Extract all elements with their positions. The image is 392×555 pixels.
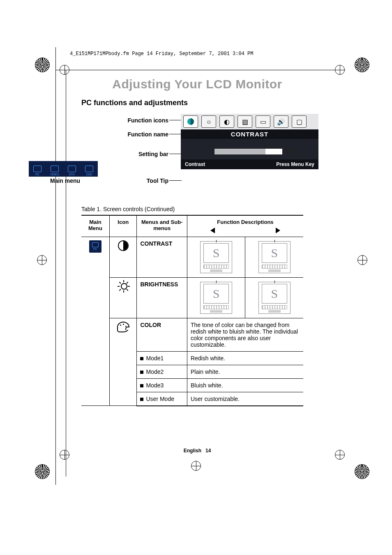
osd-body: 75 [181, 139, 318, 159]
th-descriptions: Function Descriptions [187, 215, 303, 237]
label-function-icons: Function icons [127, 117, 168, 124]
registration-mark [35, 464, 50, 479]
image-icon: ▭ [256, 115, 270, 128]
bullet-icon [140, 371, 143, 374]
label-function-name: Function name [127, 131, 168, 138]
leader-line [169, 120, 182, 120]
cell-submenu: User Mode [137, 392, 187, 406]
monitor-illustration: S [258, 241, 291, 273]
monitor-illustration: S [200, 241, 232, 273]
section-heading: PC functions and adjustments [81, 99, 341, 107]
main-menu-thumbnail: PC VIDEO DTV OSD [29, 161, 98, 177]
bullet-icon [140, 357, 143, 360]
footer-language: English [184, 448, 201, 454]
cell-desc: Bluish white. [187, 378, 303, 392]
osd-tool-tip: Contrast Press Menu Key [181, 159, 318, 169]
cell-submenu: Mode3 [137, 378, 187, 392]
registration-mark [37, 255, 47, 265]
cell-menu: CONTRAST [137, 237, 187, 277]
color-icon [117, 322, 129, 332]
main-menu-item: VIDEO [47, 166, 62, 176]
monitor-illustration: S [258, 282, 291, 314]
main-menu-item: DTV [64, 166, 80, 176]
registration-mark [191, 461, 201, 471]
cell-desc: Plain white. [187, 365, 303, 378]
screen-controls-table: Main Menu Icon Menus and Sub-menus Funct… [81, 215, 303, 406]
misc-icon: ▢ [292, 115, 307, 128]
table-row: COLOR The tone of color can be changed f… [81, 318, 303, 351]
brightness-icon [119, 281, 128, 290]
footer-page-number: 14 [205, 448, 211, 454]
registration-mark [35, 58, 50, 72]
main-menu-item: OSD [81, 166, 97, 176]
osd-tooltip-left: Contrast [185, 161, 205, 167]
page-footer: English 14 [53, 448, 341, 454]
pc-badge-icon: PC [89, 240, 101, 253]
arrow-right-icon [276, 228, 280, 233]
bullet-icon [140, 384, 143, 387]
cell-desc: Redish white. [187, 351, 303, 365]
osd-tooltip-right: Press Menu Key [276, 161, 314, 167]
leader-line [169, 154, 182, 154]
contrast-icon [183, 115, 198, 128]
brightness-icon: ☼ [201, 115, 216, 128]
table-row: PC CONTRAST S S [81, 237, 303, 277]
cell-icon [109, 237, 137, 277]
page-content: 4_E151MP171MPbody.fm Page 14 Friday, Sep… [53, 49, 341, 406]
leader-line [169, 134, 182, 134]
cell-desc-right: S [245, 237, 303, 277]
cell-submenu: Mode2 [137, 365, 187, 378]
registration-mark [355, 464, 369, 479]
osd-function-name: CONTRAST [181, 129, 318, 139]
th-menus: Menus and Sub-menus [137, 215, 187, 237]
cell-desc: The tone of color can be changed from re… [187, 318, 303, 351]
th-main-menu: Main Menu [81, 215, 109, 237]
osd-setting-bar [214, 148, 283, 155]
color-icon: ◐ [219, 115, 234, 128]
bullet-icon [140, 398, 143, 401]
registration-mark [355, 58, 369, 72]
th-icon: Icon [109, 215, 137, 237]
cell-menu: BRIGHTNESS [137, 277, 187, 318]
cell-icon [109, 318, 137, 406]
cell-desc-left: S [187, 277, 245, 318]
contrast-icon [118, 240, 129, 251]
audio-icon: 🔊 [274, 115, 288, 128]
table-caption: Table 1. Screen controls (Continued) [81, 206, 341, 212]
label-setting-bar: Setting bar [138, 151, 168, 157]
cell-desc-left: S [187, 237, 245, 277]
table-row: BRIGHTNESS S S [81, 277, 303, 318]
leader-line [169, 180, 182, 181]
osd-diagram: Function icons Function name Setting bar… [78, 114, 341, 196]
position-icon: ▧ [238, 115, 252, 128]
cell-menu: COLOR [137, 318, 187, 351]
main-menu-item: PC [30, 166, 45, 176]
framemaker-header: 4_E151MP171MPbody.fm Page 14 Friday, Sep… [53, 49, 341, 57]
cell-icon [109, 277, 137, 318]
cell-desc: User customizable. [187, 392, 303, 406]
osd-function-icons: ☼ ◐ ▧ ▭ 🔊 ▢ [181, 114, 318, 129]
monitor-illustration: S [200, 282, 232, 314]
osd-value: 75 [287, 148, 294, 155]
arrow-left-icon [210, 228, 215, 233]
osd-panel: ☼ ◐ ▧ ▭ 🔊 ▢ CONTRAST 75 Contrast Press M… [181, 114, 318, 169]
registration-mark [357, 255, 367, 265]
page-title: Adjusting Your LCD Monitor [53, 77, 341, 91]
label-main-menu: Main menu [50, 177, 168, 184]
cell-desc-right: S [245, 277, 303, 318]
cell-submenu: Mode1 [137, 351, 187, 365]
